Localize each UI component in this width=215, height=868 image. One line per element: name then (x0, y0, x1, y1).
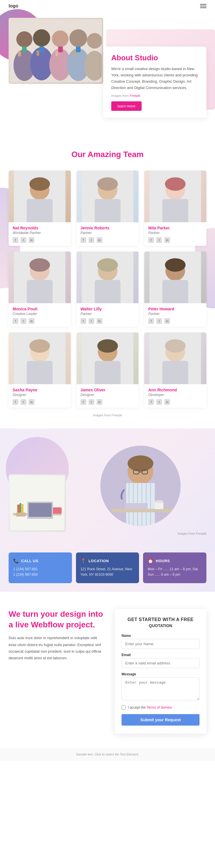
member-info: Sasha Payne Designer f t in (9, 384, 71, 408)
info-card-title: LOCATION (88, 559, 109, 563)
svg-point-79 (155, 500, 164, 503)
team-member-card: Jennie Roberts Partner f t in (76, 170, 139, 246)
member-photo (76, 251, 139, 303)
svg-rect-50 (95, 361, 120, 384)
email-label: Email (121, 653, 200, 657)
bottom-section: We turn your design into a live Webflow … (0, 592, 215, 748)
message-textarea[interactable] (121, 677, 200, 700)
svg-point-21 (29, 177, 50, 191)
member-name: Mila Parker (148, 226, 203, 230)
twitter-icon[interactable]: t (21, 318, 26, 324)
instagram-icon[interactable]: in (97, 399, 102, 405)
checkbox-label: I accept the Terms of Service (128, 706, 172, 710)
twitter-icon[interactable]: t (88, 237, 94, 243)
svg-rect-60 (20, 503, 21, 513)
instagram-icon[interactable]: in (164, 318, 170, 324)
facebook-icon[interactable]: f (12, 399, 19, 405)
twitter-icon[interactable]: t (156, 399, 162, 405)
info-card-body: 1 (234) 567-8911 (234) 987-654 (13, 566, 67, 578)
svg-rect-15 (22, 46, 27, 52)
footer-note: Sample text. Click to select the Text El… (76, 752, 139, 756)
social-icons: f t in (80, 399, 135, 405)
info-card-icon: ⏰ (148, 558, 153, 564)
twitter-icon[interactable]: t (88, 399, 94, 405)
form-subtitle: QUOTATION (121, 623, 200, 628)
instagram-icon[interactable]: in (164, 237, 170, 243)
svg-point-9 (87, 33, 102, 49)
twitter-icon[interactable]: t (21, 237, 26, 243)
submit-button[interactable]: Submit your Request (121, 714, 200, 725)
svg-point-45 (29, 339, 50, 352)
info-card-icon: 📍 (80, 558, 86, 564)
instagram-icon[interactable]: in (97, 237, 102, 243)
twitter-icon[interactable]: t (88, 318, 94, 324)
terms-checkbox[interactable] (121, 706, 126, 710)
social-icons: f t in (148, 399, 203, 405)
facebook-icon[interactable]: f (12, 237, 19, 243)
message-label: Message (121, 672, 200, 676)
instagram-icon[interactable]: in (29, 237, 34, 243)
team-member-card: Monica Pouli Creative Leader f t in (9, 251, 71, 327)
member-role: Developer (148, 393, 203, 397)
svg-point-41 (165, 258, 186, 272)
svg-point-29 (165, 177, 186, 191)
email-input[interactable] (121, 658, 200, 668)
freepik-link[interactable]: Freepik (130, 94, 140, 97)
member-photo (144, 170, 206, 222)
info-card-body: 121 Rock Street, 21 Avenue, New York, NY… (80, 566, 135, 578)
member-name: James Oliver (80, 388, 135, 392)
svg-rect-46 (27, 361, 52, 384)
team-grid: Nat Reynolds Worldwide Partner f t in Je… (9, 170, 206, 408)
svg-rect-61 (22, 504, 24, 513)
info-card-text: Sun ….. 6 am – 8 pm (148, 572, 202, 578)
svg-rect-12 (36, 50, 39, 56)
checkbox-row: I accept the Terms of Service (121, 706, 200, 710)
facebook-icon[interactable]: f (80, 237, 86, 243)
member-role: Partner (80, 312, 135, 316)
member-name: Peter Howard (148, 307, 203, 311)
member-photo (144, 333, 206, 384)
member-name: Jennie Roberts (80, 226, 135, 230)
svg-point-5 (52, 30, 69, 47)
facebook-icon[interactable]: f (80, 318, 86, 324)
social-icons: f t in (80, 237, 135, 243)
info-card: 📞 CALL US 1 (234) 567-8911 (234) 987-654 (9, 553, 72, 583)
instagram-icon[interactable]: in (164, 399, 170, 405)
learn-more-button[interactable]: learn more (111, 101, 142, 111)
instagram-icon[interactable]: in (29, 318, 34, 324)
svg-rect-30 (163, 199, 188, 222)
facebook-icon[interactable]: f (148, 318, 154, 324)
facebook-icon[interactable]: f (12, 318, 19, 324)
team-member-card: Ann Richmond Developer f t in (144, 333, 206, 408)
instagram-icon[interactable]: in (97, 318, 102, 324)
team-member-card: Nat Reynolds Worldwide Partner f t in (9, 170, 71, 246)
about-title: About Studio (111, 53, 199, 62)
terms-link[interactable]: Terms of Service (146, 706, 172, 710)
hero-team-photo (9, 18, 103, 84)
member-role: Worldwide Partner (12, 231, 67, 235)
svg-point-66 (128, 455, 153, 471)
twitter-icon[interactable]: t (156, 318, 162, 324)
facebook-icon[interactable]: f (80, 399, 86, 405)
instagram-icon[interactable]: in (29, 399, 34, 405)
svg-rect-16 (40, 46, 44, 52)
info-card-header: 📍 LOCATION (80, 558, 135, 564)
svg-rect-26 (95, 199, 120, 222)
member-role: Partner (80, 231, 135, 235)
name-input[interactable] (121, 639, 200, 649)
member-info: James Oliver Designer f t in (76, 384, 139, 408)
info-cards-container: 📞 CALL US 1 (234) 567-8911 (234) 987-654… (0, 553, 215, 592)
info-card-title: HOURS (156, 559, 170, 563)
twitter-icon[interactable]: t (156, 237, 162, 243)
facebook-icon[interactable]: f (148, 237, 154, 243)
social-icons: f t in (148, 237, 203, 243)
info-card-header: 📞 CALL US (13, 558, 67, 564)
hamburger-menu[interactable] (200, 4, 206, 8)
bottom-left-title: We turn your design into a live Webflow … (9, 609, 103, 630)
form-container: GET STARTED WITH A FREE QUOTATION Name E… (115, 609, 206, 734)
info-card: 📍 LOCATION 121 Rock Street, 21 Avenue, N… (76, 553, 139, 583)
twitter-icon[interactable]: t (21, 399, 26, 405)
facebook-icon[interactable]: f (148, 399, 154, 405)
svg-rect-77 (112, 509, 175, 512)
social-icons: f t in (80, 318, 135, 324)
